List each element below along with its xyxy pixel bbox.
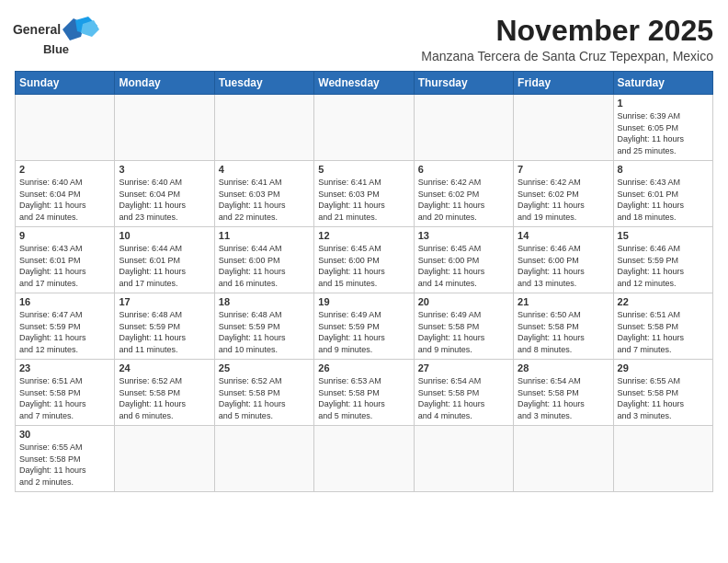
- day-number: 27: [418, 362, 509, 373]
- day-number: 21: [518, 296, 609, 307]
- day-number: 28: [518, 362, 609, 373]
- calendar-cell: 1Sunrise: 6:39 AM Sunset: 6:05 PM Daylig…: [613, 95, 712, 161]
- month-title: November 2025: [97, 15, 713, 47]
- day-info: Sunrise: 6:43 AM Sunset: 6:01 PM Dayligh…: [618, 177, 709, 223]
- title-block: November 2025 Manzana Tercera de Santa C…: [97, 15, 713, 63]
- day-number: 1: [618, 98, 709, 109]
- weekday-header-saturday: Saturday: [613, 72, 712, 95]
- day-info: Sunrise: 6:55 AM Sunset: 5:58 PM Dayligh…: [618, 375, 709, 421]
- weekday-header-sunday: Sunday: [16, 72, 115, 95]
- calendar-cell: [613, 426, 712, 492]
- calendar-cell: [214, 426, 313, 492]
- calendar-week-row: 9Sunrise: 6:43 AM Sunset: 6:01 PM Daylig…: [16, 227, 713, 293]
- day-info: Sunrise: 6:55 AM Sunset: 5:58 PM Dayligh…: [19, 442, 110, 488]
- calendar-cell: 4Sunrise: 6:41 AM Sunset: 6:03 PM Daylig…: [214, 161, 313, 227]
- day-number: 2: [19, 164, 110, 175]
- calendar-week-row: 2Sunrise: 6:40 AM Sunset: 6:04 PM Daylig…: [16, 161, 713, 227]
- calendar-cell: [314, 95, 414, 161]
- calendar-cell: 24Sunrise: 6:52 AM Sunset: 5:58 PM Dayli…: [115, 360, 214, 426]
- calendar-cell: 29Sunrise: 6:55 AM Sunset: 5:58 PM Dayli…: [613, 360, 712, 426]
- day-number: 16: [19, 296, 110, 307]
- calendar-cell: [414, 426, 513, 492]
- day-info: Sunrise: 6:46 AM Sunset: 6:00 PM Dayligh…: [518, 243, 609, 289]
- calendar-cell: 28Sunrise: 6:54 AM Sunset: 5:58 PM Dayli…: [514, 360, 613, 426]
- day-info: Sunrise: 6:53 AM Sunset: 5:58 PM Dayligh…: [318, 375, 409, 421]
- calendar-table: SundayMondayTuesdayWednesdayThursdayFrid…: [15, 71, 713, 492]
- day-info: Sunrise: 6:54 AM Sunset: 5:58 PM Dayligh…: [418, 375, 509, 421]
- calendar-cell: 23Sunrise: 6:51 AM Sunset: 5:58 PM Dayli…: [16, 360, 115, 426]
- page-header: General Blue November 2025 Manzana Terce…: [15, 15, 713, 63]
- calendar-cell: 18Sunrise: 6:48 AM Sunset: 5:59 PM Dayli…: [214, 293, 313, 360]
- day-number: 24: [119, 362, 210, 373]
- calendar-cell: [514, 95, 613, 161]
- day-number: 10: [119, 230, 210, 241]
- weekday-header-wednesday: Wednesday: [314, 72, 414, 95]
- day-number: 20: [418, 296, 509, 307]
- calendar-cell: 8Sunrise: 6:43 AM Sunset: 6:01 PM Daylig…: [613, 161, 712, 227]
- day-number: 15: [618, 230, 709, 241]
- day-info: Sunrise: 6:46 AM Sunset: 5:59 PM Dayligh…: [618, 243, 709, 289]
- day-info: Sunrise: 6:52 AM Sunset: 5:58 PM Dayligh…: [119, 375, 210, 421]
- calendar-cell: 6Sunrise: 6:42 AM Sunset: 6:02 PM Daylig…: [414, 161, 513, 227]
- calendar-week-row: 1Sunrise: 6:39 AM Sunset: 6:05 PM Daylig…: [16, 95, 713, 161]
- day-number: 29: [618, 362, 709, 373]
- calendar-cell: 7Sunrise: 6:42 AM Sunset: 6:02 PM Daylig…: [514, 161, 613, 227]
- logo-general: General: [13, 22, 61, 37]
- calendar-cell: 9Sunrise: 6:43 AM Sunset: 6:01 PM Daylig…: [16, 227, 115, 293]
- calendar-cell: [115, 426, 214, 492]
- day-number: 5: [318, 164, 409, 175]
- day-info: Sunrise: 6:54 AM Sunset: 5:58 PM Dayligh…: [518, 375, 609, 421]
- day-number: 4: [219, 164, 310, 175]
- calendar-cell: [314, 426, 414, 492]
- day-info: Sunrise: 6:51 AM Sunset: 5:58 PM Dayligh…: [19, 375, 110, 421]
- weekday-header-thursday: Thursday: [414, 72, 513, 95]
- calendar-week-row: 16Sunrise: 6:47 AM Sunset: 5:59 PM Dayli…: [16, 293, 713, 360]
- calendar-header-row: SundayMondayTuesdayWednesdayThursdayFrid…: [16, 72, 713, 95]
- day-number: 8: [618, 164, 709, 175]
- day-info: Sunrise: 6:52 AM Sunset: 5:58 PM Dayligh…: [219, 375, 310, 421]
- calendar-cell: 17Sunrise: 6:48 AM Sunset: 5:59 PM Dayli…: [115, 293, 214, 360]
- day-info: Sunrise: 6:45 AM Sunset: 6:00 PM Dayligh…: [418, 243, 509, 289]
- calendar-cell: 12Sunrise: 6:45 AM Sunset: 6:00 PM Dayli…: [314, 227, 414, 293]
- calendar-cell: 3Sunrise: 6:40 AM Sunset: 6:04 PM Daylig…: [115, 161, 214, 227]
- day-info: Sunrise: 6:50 AM Sunset: 5:58 PM Dayligh…: [518, 309, 609, 355]
- day-number: 9: [19, 230, 110, 241]
- day-number: 6: [418, 164, 509, 175]
- calendar-cell: [16, 95, 115, 161]
- day-info: Sunrise: 6:41 AM Sunset: 6:03 PM Dayligh…: [318, 177, 409, 223]
- day-number: 17: [119, 296, 210, 307]
- calendar-week-row: 23Sunrise: 6:51 AM Sunset: 5:58 PM Dayli…: [16, 360, 713, 426]
- day-info: Sunrise: 6:42 AM Sunset: 6:02 PM Dayligh…: [418, 177, 509, 223]
- day-number: 3: [119, 164, 210, 175]
- calendar-cell: 27Sunrise: 6:54 AM Sunset: 5:58 PM Dayli…: [414, 360, 513, 426]
- day-info: Sunrise: 6:49 AM Sunset: 5:58 PM Dayligh…: [418, 309, 509, 355]
- day-number: 12: [318, 230, 409, 241]
- calendar-week-row: 30Sunrise: 6:55 AM Sunset: 5:58 PM Dayli…: [16, 426, 713, 492]
- calendar-cell: 22Sunrise: 6:51 AM Sunset: 5:58 PM Dayli…: [613, 293, 712, 360]
- day-info: Sunrise: 6:44 AM Sunset: 6:00 PM Dayligh…: [219, 243, 310, 289]
- day-info: Sunrise: 6:42 AM Sunset: 6:02 PM Dayligh…: [518, 177, 609, 223]
- calendar-cell: [514, 426, 613, 492]
- calendar-cell: [214, 95, 313, 161]
- calendar-cell: 14Sunrise: 6:46 AM Sunset: 6:00 PM Dayli…: [514, 227, 613, 293]
- location-title: Manzana Tercera de Santa Cruz Tepexpan, …: [97, 49, 713, 63]
- day-info: Sunrise: 6:43 AM Sunset: 6:01 PM Dayligh…: [19, 243, 110, 289]
- calendar-cell: 2Sunrise: 6:40 AM Sunset: 6:04 PM Daylig…: [16, 161, 115, 227]
- day-info: Sunrise: 6:41 AM Sunset: 6:03 PM Dayligh…: [219, 177, 310, 223]
- day-info: Sunrise: 6:40 AM Sunset: 6:04 PM Dayligh…: [119, 177, 210, 223]
- calendar-cell: 20Sunrise: 6:49 AM Sunset: 5:58 PM Dayli…: [414, 293, 513, 360]
- logo-blue-text: Blue: [43, 42, 69, 56]
- calendar-cell: 5Sunrise: 6:41 AM Sunset: 6:03 PM Daylig…: [314, 161, 414, 227]
- day-number: 18: [219, 296, 310, 307]
- calendar-cell: 13Sunrise: 6:45 AM Sunset: 6:00 PM Dayli…: [414, 227, 513, 293]
- calendar-cell: 11Sunrise: 6:44 AM Sunset: 6:00 PM Dayli…: [214, 227, 313, 293]
- calendar-cell: 10Sunrise: 6:44 AM Sunset: 6:01 PM Dayli…: [115, 227, 214, 293]
- calendar-cell: 19Sunrise: 6:49 AM Sunset: 5:59 PM Dayli…: [314, 293, 414, 360]
- day-number: 19: [318, 296, 409, 307]
- day-info: Sunrise: 6:45 AM Sunset: 6:00 PM Dayligh…: [318, 243, 409, 289]
- day-number: 25: [219, 362, 310, 373]
- calendar-cell: [115, 95, 214, 161]
- calendar-cell: 15Sunrise: 6:46 AM Sunset: 5:59 PM Dayli…: [613, 227, 712, 293]
- day-number: 23: [19, 362, 110, 373]
- day-number: 30: [19, 429, 110, 440]
